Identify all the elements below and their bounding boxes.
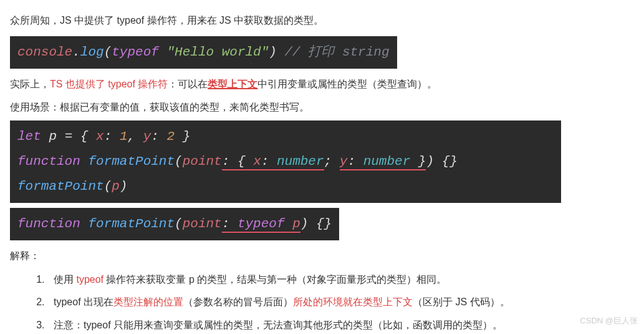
code-token: log [80, 45, 104, 59]
code-token: { [80, 129, 96, 144]
code-token: : [151, 129, 166, 144]
emphasis-text: 类型注解的位置 [113, 297, 183, 307]
text-span: （区别于 JS 代码）。 [413, 297, 510, 307]
intro-line-2: 实际上，TS 也提供了 typeof 操作符：可以在类型上下文中引用变量或属性的… [10, 75, 634, 94]
code-token: console [17, 45, 72, 59]
code-token: y [143, 129, 151, 144]
text-span: typeof 出现在 [54, 297, 113, 307]
text-span: 实际上， [10, 79, 50, 89]
code-token: { [238, 154, 253, 169]
code-comment: // 打印 string [277, 45, 390, 59]
code-token: ) {} [426, 154, 457, 169]
code-token: : [261, 154, 277, 169]
code-token: , [128, 129, 143, 144]
code-token: p [41, 129, 65, 144]
emphasis-text: 类型上下文 [208, 79, 257, 89]
code-token: = [65, 129, 80, 144]
code-token [229, 217, 238, 231]
code-token: function [17, 154, 80, 169]
text-span: ：可以在 [168, 79, 208, 89]
emphasis-text: TS 也提供了 typeof 操作符 [50, 79, 168, 89]
code-token: x [96, 129, 104, 144]
code-token [285, 217, 293, 231]
text-span: （参数名称的冒号后面） [183, 297, 293, 307]
text-span: 使用 [54, 274, 76, 285]
watermark: CSDN @巨人张 [580, 313, 638, 329]
code-token: typeof [112, 45, 166, 59]
code-token: ; [324, 154, 340, 169]
emphasis-text: 所处的环境就在类型上下文 [293, 297, 413, 307]
code-token: x [253, 154, 261, 169]
code-token: ( [104, 179, 112, 194]
code-token: p [292, 217, 300, 231]
explain-list: 使用 typeof 操作符来获取变量 p 的类型，结果与第一种（对象字面量形式的… [10, 270, 634, 334]
code-token: : [347, 154, 363, 169]
code-token: let [17, 129, 41, 144]
code-token: : [222, 217, 230, 231]
code-token: 1 [120, 129, 128, 144]
code-token: } [410, 154, 426, 169]
code-block-1: console.log(typeof "Hello world") // 打印 … [10, 36, 397, 69]
intro-line-3: 使用场景：根据已有变量的值，获取该值的类型，来简化类型书写。 [10, 98, 634, 117]
code-token: . [72, 45, 80, 59]
code-token: : [222, 154, 230, 169]
code-token: 2 [167, 129, 175, 144]
code-block-3: function formatPoint(point: typeof p) {} [10, 208, 339, 240]
explain-item-2: typeof 出现在类型注解的位置（参数名称的冒号后面）所处的环境就在类型上下文… [47, 293, 634, 312]
code-token: point [183, 154, 222, 169]
code-token: } [175, 129, 190, 144]
text-span: 操作符来获取变量 p 的类型，结果与第一种（对象字面量形式的类型）相同。 [103, 274, 446, 285]
code-token: function [17, 217, 80, 231]
code-token: point [183, 217, 222, 231]
explain-item-1: 使用 typeof 操作符来获取变量 p 的类型，结果与第一种（对象字面量形式的… [47, 270, 634, 289]
code-token: "Hello world" [166, 45, 269, 59]
code-token: ) [269, 45, 277, 59]
code-token: y [340, 154, 348, 169]
code-token: ) [120, 179, 128, 194]
code-token: formatPoint [80, 154, 175, 169]
text-span: 中引用变量或属性的类型（类型查询）。 [257, 79, 437, 89]
code-block-2: let p = { x: 1, y: 2 } function formatPo… [10, 120, 561, 203]
code-token: ( [175, 154, 183, 169]
explain-item-3: 注意：typeof 只能用来查询变量或属性的类型，无法查询其他形式的类型（比如，… [47, 316, 634, 334]
code-token [229, 154, 238, 169]
code-token: typeof [238, 217, 285, 231]
code-token: ( [175, 217, 183, 231]
code-token: formatPoint [80, 217, 175, 231]
code-token: ( [104, 45, 112, 59]
explain-title: 解释： [10, 247, 634, 265]
code-token: number [277, 154, 324, 169]
intro-line-1: 众所周知，JS 中提供了 typeof 操作符，用来在 JS 中获取数据的类型。 [10, 11, 634, 30]
code-token: number [363, 154, 411, 169]
emphasis-text: typeof [76, 274, 103, 285]
code-token: ) {} [300, 217, 332, 231]
code-token: p [112, 179, 120, 194]
code-token: : [104, 129, 120, 144]
code-token: formatPoint [17, 179, 104, 194]
